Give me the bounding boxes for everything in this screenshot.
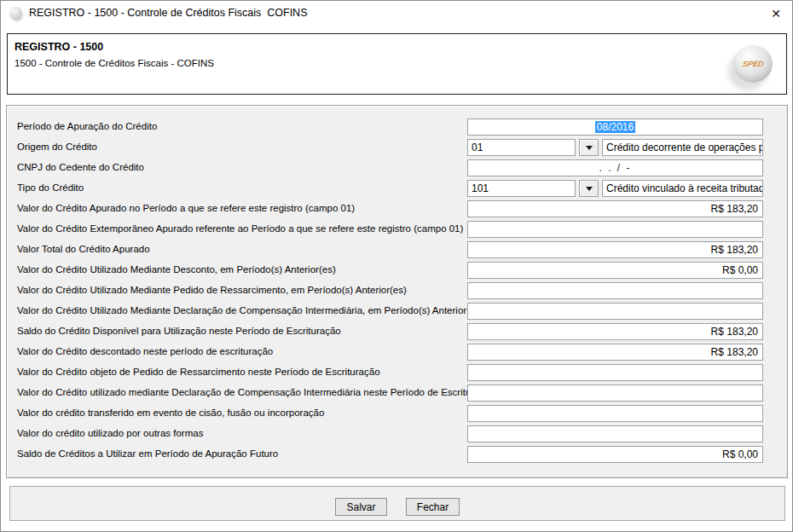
- cnpj-cedente-input[interactable]: . . / -: [467, 159, 763, 176]
- valor-objeto-ressarcimento-label: Valor do Crédito objeto de Pedido de Res…: [17, 367, 380, 377]
- dropdown-arrow-icon: [586, 187, 593, 191]
- form-row: Valor do Crédito descontado neste períod…: [17, 344, 787, 361]
- form-row: CNPJ do Cedente do Crédito . . / -: [17, 159, 787, 176]
- app-icon: [9, 7, 22, 20]
- valor-transferido-cisao-input[interactable]: [467, 405, 763, 422]
- register-title: REGISTRO - 1500: [14, 41, 103, 53]
- register-header-box: REGISTRO - 1500 1500 - Controle de Crédi…: [7, 33, 787, 95]
- origem-credito-description-input[interactable]: Crédito decorrente de operações próp: [602, 139, 763, 156]
- saldo-futuro-label: Saldo de Créditos a Utilizar em Período …: [17, 448, 278, 459]
- valor-descontado-periodo-label: Valor do Crédito descontado neste períod…: [17, 346, 273, 356]
- form-row: Período de Apuração do Crédito08/2016: [17, 119, 787, 136]
- valor-total-apurado-label: Valor Total do Crédito Apurado: [17, 244, 150, 254]
- periodo-apuracao-label: Período de Apuração do Crédito: [17, 121, 157, 131]
- valor-extemporaneo-label: Valor do Crédito Extemporâneo Apurado re…: [17, 223, 463, 234]
- form-row: Valor do crédito transferido em evento d…: [17, 405, 787, 422]
- periodo-apuracao-input[interactable]: 08/2016: [467, 119, 763, 136]
- cnpj-cedente-label: CNPJ do Cedente do Crédito: [17, 162, 144, 172]
- valor-total-apurado-input[interactable]: R$ 183,20: [467, 241, 763, 258]
- save-button[interactable]: Salvar: [335, 498, 387, 516]
- valor-outras-formas-label: Valor do crédito utilizado por outras fo…: [17, 428, 203, 438]
- valor-utilizado-compensacao-label: Valor do Crédito Utilizado Mediante Decl…: [17, 305, 483, 315]
- form-row: Valor do Crédito Apurado no Período a qu…: [17, 200, 787, 217]
- form-row: Saldo de Créditos a Utilizar em Período …: [17, 446, 787, 463]
- form-row: Tipo do Crédito101Crédito vinculado à re…: [17, 180, 787, 197]
- tipo-credito-label: Tipo do Crédito: [17, 182, 84, 193]
- tipo-credito-code-input[interactable]: 101: [467, 180, 576, 197]
- origem-credito-code-input[interactable]: 01: [467, 139, 576, 156]
- valor-extemporaneo-input[interactable]: [467, 221, 763, 238]
- valor-utilizado-compensacao-input[interactable]: [467, 303, 763, 320]
- form-row: Valor Total do Crédito ApuradoR$ 183,20: [17, 241, 787, 258]
- close-dialog-button[interactable]: Fechar: [406, 498, 460, 516]
- dropdown-arrow-icon: [586, 146, 593, 150]
- tipo-credito-dropdown-button[interactable]: [579, 180, 599, 197]
- form-row: Valor do Crédito objeto de Pedido de Res…: [17, 364, 787, 381]
- form-row: Valor do Crédito Utilizado Mediante Desc…: [17, 262, 787, 279]
- valor-apurado-periodo-label: Valor do Crédito Apurado no Período a qu…: [17, 203, 355, 213]
- saldo-futuro-input[interactable]: R$ 0,00: [467, 446, 763, 463]
- saldo-disponivel-label: Saldo do Crédito Disponível para Utiliza…: [17, 326, 341, 336]
- form-row: Valor do Crédito Utilizado Mediante Decl…: [17, 303, 787, 320]
- valor-apurado-periodo-input[interactable]: R$ 183,20: [467, 200, 763, 217]
- form-row: Valor do Crédito Utilizado Mediante Pedi…: [17, 282, 787, 299]
- valor-objeto-ressarcimento-input[interactable]: [467, 364, 763, 381]
- valor-compensacao-periodo-input[interactable]: [467, 385, 763, 402]
- close-button[interactable]: ✕: [761, 1, 790, 26]
- origem-credito-dropdown-button[interactable]: [579, 139, 599, 156]
- footer-panel: [9, 486, 785, 521]
- form-row: Origem do Crédito01Crédito decorrente de…: [17, 139, 787, 156]
- form-panel: Período de Apuração do Crédito08/2016Ori…: [6, 105, 788, 478]
- valor-utilizado-ressarcimento-input[interactable]: [467, 282, 763, 299]
- sped-logo-label: SPED: [742, 60, 764, 68]
- window-title: REGISTRO - 1500 - Controle de Créditos F…: [29, 7, 307, 19]
- valor-compensacao-periodo-label: Valor do Crédito utilizado mediante Decl…: [17, 387, 495, 397]
- valor-utilizado-desconto-input[interactable]: R$ 0,00: [467, 262, 763, 279]
- form-row: Valor do crédito utilizado por outras fo…: [17, 425, 787, 442]
- valor-outras-formas-input[interactable]: [467, 425, 763, 442]
- origem-credito-label: Origem do Crédito: [17, 142, 97, 152]
- saldo-disponivel-input[interactable]: R$ 183,20: [467, 323, 763, 340]
- sped-logo-icon: SPED: [733, 45, 773, 83]
- form-row: Saldo do Crédito Disponível para Utiliza…: [17, 323, 787, 340]
- form-row: Valor do Crédito Extemporâneo Apurado re…: [17, 221, 787, 238]
- form-row: Valor do Crédito utilizado mediante Decl…: [17, 385, 787, 402]
- title-bar: REGISTRO - 1500 - Controle de Créditos F…: [1, 1, 792, 26]
- valor-descontado-periodo-input[interactable]: R$ 183,20: [467, 344, 763, 361]
- periodo-apuracao-selected-value: 08/2016: [595, 121, 635, 133]
- close-icon: ✕: [771, 7, 781, 20]
- valor-utilizado-desconto-label: Valor do Crédito Utilizado Mediante Desc…: [17, 264, 336, 275]
- tipo-credito-description-input[interactable]: Crédito vinculado à receita tributada n: [602, 180, 763, 197]
- register-subtitle: 1500 - Controle de Créditos Fiscais - CO…: [14, 58, 214, 68]
- dialog-window: REGISTRO - 1500 - Controle de Créditos F…: [0, 0, 793, 532]
- valor-utilizado-ressarcimento-label: Valor do Crédito Utilizado Mediante Pedi…: [17, 285, 407, 295]
- valor-transferido-cisao-label: Valor do crédito transferido em evento d…: [17, 408, 324, 418]
